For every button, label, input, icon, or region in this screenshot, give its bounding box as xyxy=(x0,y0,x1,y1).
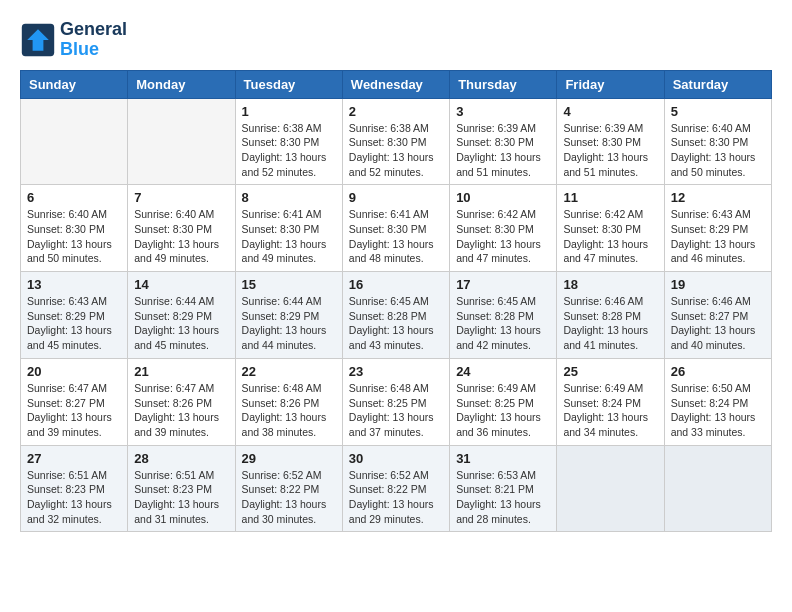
calendar-cell: 22Sunrise: 6:48 AM Sunset: 8:26 PM Dayli… xyxy=(235,358,342,445)
calendar-cell: 24Sunrise: 6:49 AM Sunset: 8:25 PM Dayli… xyxy=(450,358,557,445)
day-number: 24 xyxy=(456,364,550,379)
day-number: 5 xyxy=(671,104,765,119)
day-info: Sunrise: 6:53 AM Sunset: 8:21 PM Dayligh… xyxy=(456,468,550,527)
day-number: 6 xyxy=(27,190,121,205)
day-info: Sunrise: 6:47 AM Sunset: 8:27 PM Dayligh… xyxy=(27,381,121,440)
logo-text: General Blue xyxy=(60,20,127,60)
day-number: 22 xyxy=(242,364,336,379)
day-number: 20 xyxy=(27,364,121,379)
weekday-header-thursday: Thursday xyxy=(450,70,557,98)
day-info: Sunrise: 6:41 AM Sunset: 8:30 PM Dayligh… xyxy=(242,207,336,266)
calendar-cell: 17Sunrise: 6:45 AM Sunset: 8:28 PM Dayli… xyxy=(450,272,557,359)
day-number: 2 xyxy=(349,104,443,119)
day-number: 11 xyxy=(563,190,657,205)
calendar-week-row: 20Sunrise: 6:47 AM Sunset: 8:27 PM Dayli… xyxy=(21,358,772,445)
calendar-cell: 13Sunrise: 6:43 AM Sunset: 8:29 PM Dayli… xyxy=(21,272,128,359)
calendar-cell: 28Sunrise: 6:51 AM Sunset: 8:23 PM Dayli… xyxy=(128,445,235,532)
day-info: Sunrise: 6:43 AM Sunset: 8:29 PM Dayligh… xyxy=(27,294,121,353)
calendar-cell: 6Sunrise: 6:40 AM Sunset: 8:30 PM Daylig… xyxy=(21,185,128,272)
day-number: 10 xyxy=(456,190,550,205)
day-number: 25 xyxy=(563,364,657,379)
calendar-cell: 29Sunrise: 6:52 AM Sunset: 8:22 PM Dayli… xyxy=(235,445,342,532)
day-number: 8 xyxy=(242,190,336,205)
weekday-header-sunday: Sunday xyxy=(21,70,128,98)
calendar-week-row: 6Sunrise: 6:40 AM Sunset: 8:30 PM Daylig… xyxy=(21,185,772,272)
calendar-cell: 31Sunrise: 6:53 AM Sunset: 8:21 PM Dayli… xyxy=(450,445,557,532)
calendar-cell: 8Sunrise: 6:41 AM Sunset: 8:30 PM Daylig… xyxy=(235,185,342,272)
logo: General Blue xyxy=(20,20,127,60)
day-info: Sunrise: 6:51 AM Sunset: 8:23 PM Dayligh… xyxy=(27,468,121,527)
calendar-cell: 1Sunrise: 6:38 AM Sunset: 8:30 PM Daylig… xyxy=(235,98,342,185)
weekday-header-monday: Monday xyxy=(128,70,235,98)
calendar-cell: 10Sunrise: 6:42 AM Sunset: 8:30 PM Dayli… xyxy=(450,185,557,272)
calendar-cell xyxy=(128,98,235,185)
day-info: Sunrise: 6:47 AM Sunset: 8:26 PM Dayligh… xyxy=(134,381,228,440)
calendar-cell: 18Sunrise: 6:46 AM Sunset: 8:28 PM Dayli… xyxy=(557,272,664,359)
day-number: 27 xyxy=(27,451,121,466)
day-info: Sunrise: 6:40 AM Sunset: 8:30 PM Dayligh… xyxy=(27,207,121,266)
day-info: Sunrise: 6:49 AM Sunset: 8:24 PM Dayligh… xyxy=(563,381,657,440)
calendar-cell: 7Sunrise: 6:40 AM Sunset: 8:30 PM Daylig… xyxy=(128,185,235,272)
day-number: 14 xyxy=(134,277,228,292)
calendar-cell: 23Sunrise: 6:48 AM Sunset: 8:25 PM Dayli… xyxy=(342,358,449,445)
day-info: Sunrise: 6:45 AM Sunset: 8:28 PM Dayligh… xyxy=(456,294,550,353)
day-info: Sunrise: 6:50 AM Sunset: 8:24 PM Dayligh… xyxy=(671,381,765,440)
calendar-cell: 3Sunrise: 6:39 AM Sunset: 8:30 PM Daylig… xyxy=(450,98,557,185)
calendar-cell: 2Sunrise: 6:38 AM Sunset: 8:30 PM Daylig… xyxy=(342,98,449,185)
weekday-header-friday: Friday xyxy=(557,70,664,98)
weekday-header-saturday: Saturday xyxy=(664,70,771,98)
calendar-week-row: 13Sunrise: 6:43 AM Sunset: 8:29 PM Dayli… xyxy=(21,272,772,359)
calendar-header-row: SundayMondayTuesdayWednesdayThursdayFrid… xyxy=(21,70,772,98)
day-number: 13 xyxy=(27,277,121,292)
day-number: 9 xyxy=(349,190,443,205)
calendar-cell: 12Sunrise: 6:43 AM Sunset: 8:29 PM Dayli… xyxy=(664,185,771,272)
day-number: 29 xyxy=(242,451,336,466)
page-header: General Blue xyxy=(20,20,772,60)
day-info: Sunrise: 6:44 AM Sunset: 8:29 PM Dayligh… xyxy=(134,294,228,353)
day-number: 23 xyxy=(349,364,443,379)
calendar-cell: 5Sunrise: 6:40 AM Sunset: 8:30 PM Daylig… xyxy=(664,98,771,185)
day-info: Sunrise: 6:42 AM Sunset: 8:30 PM Dayligh… xyxy=(456,207,550,266)
day-number: 7 xyxy=(134,190,228,205)
day-info: Sunrise: 6:42 AM Sunset: 8:30 PM Dayligh… xyxy=(563,207,657,266)
day-number: 17 xyxy=(456,277,550,292)
day-info: Sunrise: 6:52 AM Sunset: 8:22 PM Dayligh… xyxy=(349,468,443,527)
calendar-table: SundayMondayTuesdayWednesdayThursdayFrid… xyxy=(20,70,772,533)
day-number: 18 xyxy=(563,277,657,292)
day-info: Sunrise: 6:51 AM Sunset: 8:23 PM Dayligh… xyxy=(134,468,228,527)
day-info: Sunrise: 6:40 AM Sunset: 8:30 PM Dayligh… xyxy=(671,121,765,180)
weekday-header-wednesday: Wednesday xyxy=(342,70,449,98)
day-info: Sunrise: 6:39 AM Sunset: 8:30 PM Dayligh… xyxy=(456,121,550,180)
calendar-cell: 14Sunrise: 6:44 AM Sunset: 8:29 PM Dayli… xyxy=(128,272,235,359)
day-info: Sunrise: 6:48 AM Sunset: 8:25 PM Dayligh… xyxy=(349,381,443,440)
day-number: 26 xyxy=(671,364,765,379)
day-number: 21 xyxy=(134,364,228,379)
calendar-cell xyxy=(557,445,664,532)
weekday-header-tuesday: Tuesday xyxy=(235,70,342,98)
day-number: 15 xyxy=(242,277,336,292)
calendar-cell: 16Sunrise: 6:45 AM Sunset: 8:28 PM Dayli… xyxy=(342,272,449,359)
calendar-cell xyxy=(21,98,128,185)
day-info: Sunrise: 6:44 AM Sunset: 8:29 PM Dayligh… xyxy=(242,294,336,353)
day-info: Sunrise: 6:46 AM Sunset: 8:28 PM Dayligh… xyxy=(563,294,657,353)
calendar-cell xyxy=(664,445,771,532)
day-info: Sunrise: 6:48 AM Sunset: 8:26 PM Dayligh… xyxy=(242,381,336,440)
day-info: Sunrise: 6:39 AM Sunset: 8:30 PM Dayligh… xyxy=(563,121,657,180)
calendar-week-row: 1Sunrise: 6:38 AM Sunset: 8:30 PM Daylig… xyxy=(21,98,772,185)
calendar-week-row: 27Sunrise: 6:51 AM Sunset: 8:23 PM Dayli… xyxy=(21,445,772,532)
calendar-cell: 9Sunrise: 6:41 AM Sunset: 8:30 PM Daylig… xyxy=(342,185,449,272)
calendar-cell: 19Sunrise: 6:46 AM Sunset: 8:27 PM Dayli… xyxy=(664,272,771,359)
day-number: 16 xyxy=(349,277,443,292)
day-info: Sunrise: 6:40 AM Sunset: 8:30 PM Dayligh… xyxy=(134,207,228,266)
day-info: Sunrise: 6:46 AM Sunset: 8:27 PM Dayligh… xyxy=(671,294,765,353)
day-number: 28 xyxy=(134,451,228,466)
calendar-cell: 21Sunrise: 6:47 AM Sunset: 8:26 PM Dayli… xyxy=(128,358,235,445)
day-info: Sunrise: 6:49 AM Sunset: 8:25 PM Dayligh… xyxy=(456,381,550,440)
day-number: 31 xyxy=(456,451,550,466)
logo-icon xyxy=(20,22,56,58)
calendar-cell: 27Sunrise: 6:51 AM Sunset: 8:23 PM Dayli… xyxy=(21,445,128,532)
calendar-cell: 30Sunrise: 6:52 AM Sunset: 8:22 PM Dayli… xyxy=(342,445,449,532)
calendar-cell: 25Sunrise: 6:49 AM Sunset: 8:24 PM Dayli… xyxy=(557,358,664,445)
day-info: Sunrise: 6:41 AM Sunset: 8:30 PM Dayligh… xyxy=(349,207,443,266)
day-info: Sunrise: 6:43 AM Sunset: 8:29 PM Dayligh… xyxy=(671,207,765,266)
